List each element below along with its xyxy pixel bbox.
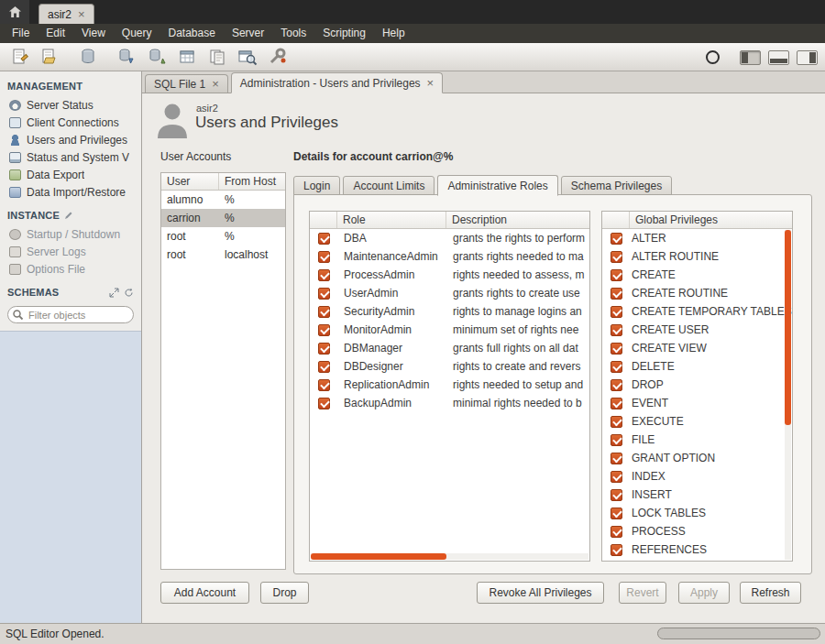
column-global-privileges[interactable]: Global Privileges bbox=[630, 212, 792, 228]
role-row[interactable]: SecurityAdmin rights to manage logins an bbox=[310, 302, 589, 321]
config-icon[interactable] bbox=[266, 45, 290, 69]
privilege-row[interactable]: GRANT OPTION bbox=[602, 449, 792, 467]
schema-filter-input[interactable] bbox=[7, 306, 134, 323]
role-row[interactable]: DBManager grants full rights on all dat bbox=[310, 339, 589, 357]
privilege-checkbox[interactable] bbox=[610, 288, 622, 300]
privilege-checkbox[interactable] bbox=[610, 361, 622, 373]
create-schema-icon[interactable] bbox=[76, 45, 100, 69]
role-checkbox[interactable] bbox=[318, 269, 330, 281]
sidebar-item[interactable]: Server Status bbox=[0, 96, 141, 114]
privilege-checkbox[interactable] bbox=[610, 453, 622, 464]
privileges-vertical-scrollbar[interactable] bbox=[785, 230, 791, 560]
new-query-icon[interactable] bbox=[7, 45, 31, 69]
tab-administration-users-privileges[interactable]: Administration - Users and Privileges × bbox=[231, 72, 443, 93]
connection-tab[interactable]: asir2 × bbox=[38, 4, 94, 24]
menu-item[interactable]: Tools bbox=[272, 24, 314, 43]
menu-item[interactable]: Help bbox=[374, 24, 413, 43]
home-tab-button[interactable] bbox=[0, 0, 29, 24]
account-row[interactable]: root % bbox=[161, 227, 285, 246]
privilege-checkbox[interactable] bbox=[610, 233, 622, 245]
privilege-checkbox[interactable] bbox=[610, 416, 622, 428]
menu-item[interactable]: View bbox=[73, 24, 114, 43]
connection-tab-close-icon[interactable]: × bbox=[78, 8, 85, 20]
privilege-row[interactable]: EXECUTE bbox=[602, 412, 792, 431]
privilege-checkbox[interactable] bbox=[610, 471, 622, 483]
privilege-row[interactable]: FILE bbox=[602, 431, 792, 449]
menu-item[interactable]: Database bbox=[160, 24, 224, 43]
role-checkbox[interactable] bbox=[318, 324, 330, 336]
open-script-icon[interactable] bbox=[38, 45, 61, 69]
privilege-row[interactable]: LOCK TABLES bbox=[602, 504, 792, 522]
privilege-row[interactable]: CREATE USER bbox=[602, 321, 792, 339]
tab-sql-file-1[interactable]: SQL File 1 × bbox=[145, 74, 228, 93]
refresh-schemas-icon[interactable] bbox=[124, 288, 134, 298]
menu-item[interactable]: Scripting bbox=[314, 24, 374, 43]
tab-account-limits[interactable]: Account Limits bbox=[343, 176, 434, 195]
privilege-checkbox[interactable] bbox=[610, 306, 622, 318]
privilege-checkbox[interactable] bbox=[610, 379, 622, 391]
drop-button[interactable]: Drop bbox=[260, 582, 309, 604]
scrollbar-thumb[interactable] bbox=[311, 553, 446, 560]
tab-close-icon[interactable]: × bbox=[427, 77, 434, 89]
privilege-checkbox[interactable] bbox=[610, 489, 622, 501]
role-checkbox[interactable] bbox=[318, 379, 330, 391]
revoke-all-privileges-button[interactable]: Revoke All Privileges bbox=[477, 582, 604, 604]
role-checkbox[interactable] bbox=[318, 251, 330, 263]
privilege-row[interactable]: DROP bbox=[602, 376, 792, 394]
role-checkbox[interactable] bbox=[318, 306, 330, 318]
refresh-button[interactable]: Refresh bbox=[740, 582, 801, 604]
account-row[interactable]: carrion % bbox=[161, 209, 285, 227]
data-import-icon[interactable] bbox=[145, 45, 169, 69]
scrollbar-thumb[interactable] bbox=[785, 230, 791, 425]
create-table-icon[interactable] bbox=[175, 45, 199, 69]
apply-button[interactable]: Apply bbox=[678, 582, 730, 604]
tab-login[interactable]: Login bbox=[293, 176, 340, 195]
sidebar-item[interactable]: Data Import/Restore bbox=[0, 183, 141, 201]
column-user[interactable]: User bbox=[161, 173, 219, 190]
privilege-row[interactable]: CREATE TEMPORARY TABLES bbox=[602, 302, 792, 321]
sidebar-item[interactable]: Options File bbox=[0, 260, 141, 278]
privilege-checkbox[interactable] bbox=[610, 526, 622, 538]
menu-item[interactable]: Query bbox=[114, 24, 160, 43]
privilege-checkbox[interactable] bbox=[610, 343, 622, 355]
revert-button[interactable]: Revert bbox=[619, 582, 666, 604]
menu-item[interactable]: Server bbox=[224, 24, 272, 43]
role-checkbox[interactable] bbox=[318, 343, 330, 355]
schemas-tree-panel[interactable] bbox=[0, 331, 141, 623]
add-account-button[interactable]: Add Account bbox=[160, 582, 249, 604]
sidebar-item[interactable]: Status and System V bbox=[0, 148, 141, 166]
tab-close-icon[interactable]: × bbox=[212, 78, 219, 90]
sidebar-item[interactable]: Startup / Shutdown bbox=[0, 225, 141, 243]
sidebar-item[interactable]: Data Export bbox=[0, 166, 141, 183]
role-row[interactable]: MonitorAdmin minimum set of rights nee bbox=[310, 321, 589, 339]
privilege-checkbox[interactable] bbox=[610, 434, 622, 446]
privilege-row[interactable]: DELETE bbox=[602, 357, 792, 376]
toggle-sidebar-icon[interactable] bbox=[740, 50, 761, 65]
privilege-row[interactable]: ALTER ROUTINE bbox=[602, 247, 792, 266]
role-row[interactable]: BackupAdmin minimal rights needed to b bbox=[310, 394, 589, 412]
privilege-row[interactable]: INDEX bbox=[602, 467, 792, 486]
role-row[interactable]: DBA grants the rights to perform bbox=[310, 229, 589, 247]
sidebar-item[interactable]: Users and Privileges bbox=[0, 131, 141, 148]
privilege-checkbox[interactable] bbox=[610, 251, 622, 263]
privilege-row[interactable]: CREATE VIEW bbox=[602, 339, 792, 357]
role-checkbox[interactable] bbox=[318, 361, 330, 373]
column-description[interactable]: Description bbox=[446, 212, 589, 228]
privilege-checkbox[interactable] bbox=[610, 324, 622, 336]
role-row[interactable]: MaintenanceAdmin grants rights needed to… bbox=[310, 247, 589, 266]
role-checkbox[interactable] bbox=[318, 288, 330, 300]
search-table-icon[interactable] bbox=[236, 45, 259, 69]
column-from-host[interactable]: From Host bbox=[219, 173, 285, 190]
privilege-checkbox[interactable] bbox=[610, 508, 622, 519]
privilege-row[interactable]: ALTER bbox=[602, 229, 792, 247]
privilege-checkbox[interactable] bbox=[610, 544, 622, 556]
privilege-row[interactable]: REFERENCES bbox=[602, 540, 792, 559]
role-checkbox[interactable] bbox=[318, 398, 330, 409]
role-checkbox[interactable] bbox=[318, 233, 330, 245]
toggle-secondary-sidebar-icon[interactable] bbox=[797, 50, 818, 65]
menu-item[interactable]: File bbox=[4, 24, 38, 43]
menu-item[interactable]: Edit bbox=[38, 24, 73, 43]
tab-administrative-roles[interactable]: Administrative Roles bbox=[437, 175, 557, 196]
data-dump-icon[interactable] bbox=[115, 45, 138, 69]
role-row[interactable]: UserAdmin grants rights to create use bbox=[310, 284, 589, 302]
